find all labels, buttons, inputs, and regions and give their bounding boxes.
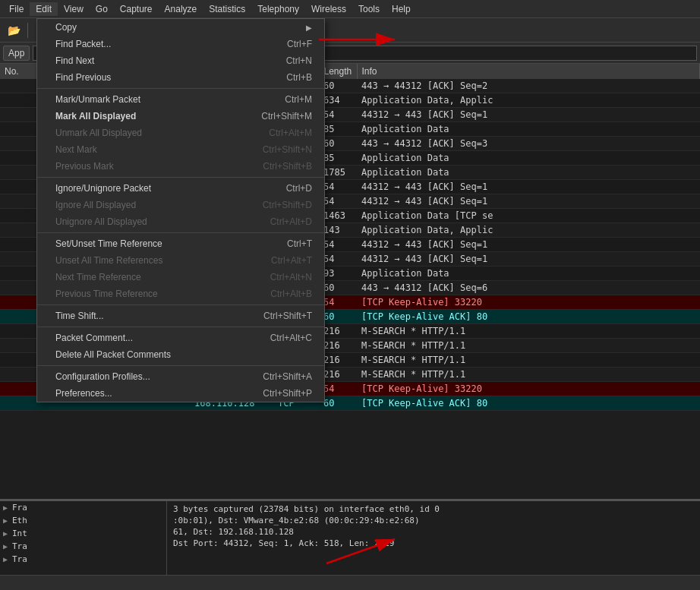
menu-item-unset-time-refs-shortcut: Ctrl+Alt+T: [271, 255, 312, 266]
table-cell: [0, 108, 38, 122]
detail-item-frame[interactable]: ▶ Fra: [0, 501, 166, 514]
menu-item-copy-label: Copy: [55, 22, 303, 33]
menu-item-prev-mark[interactable]: Previous Mark Ctrl+Shift+B: [37, 158, 324, 175]
detail-item-int[interactable]: ▶ Int: [0, 527, 166, 540]
table-cell: Application Data, Applic: [357, 93, 700, 108]
table-cell: [0, 368, 38, 382]
menu-item-preferences[interactable]: Preferences... Ctrl+Shift+P: [37, 385, 324, 402]
menu-item-find-next-shortcut: Ctrl+N: [286, 55, 312, 66]
expand-icon-eth: ▶: [3, 516, 12, 525]
menu-item-find-next[interactable]: Find Next Ctrl+N: [37, 52, 324, 69]
menu-item-set-time-ref[interactable]: Set/Unset Time Reference Ctrl+T: [37, 235, 324, 252]
bytes-line-1: 3 bytes captured (23784 bits) on interfa…: [173, 504, 694, 514]
menu-item-unignore-all-label: Unignore All Displayed: [55, 216, 255, 227]
menu-item-unmark-all-shortcut: Ctrl+Alt+M: [269, 128, 312, 138]
bytes-line-2: :0b:01), Dst: VMware_4b:e2:68 (00:0c:29:…: [173, 516, 694, 525]
menubar-item-telephony[interactable]: Telephony: [251, 2, 305, 16]
menu-item-config-profiles-shortcut: Ctrl+Shift+A: [263, 371, 312, 382]
menu-item-next-mark-shortcut: Ctrl+Shift+N: [263, 144, 312, 155]
menubar-item-capture[interactable]: Capture: [114, 2, 159, 16]
menu-item-find-next-label: Find Next: [55, 55, 271, 66]
table-cell: [TCP Keep-Alive] 33220: [357, 382, 700, 396]
col-header-no: No.: [0, 64, 38, 79]
menubar-item-file[interactable]: File: [3, 2, 30, 16]
menu-sep-6: [37, 365, 324, 366]
table-cell: M-SEARCH * HTTP/1.1: [357, 339, 700, 353]
col-header-info: Info: [357, 64, 700, 79]
menu-item-prev-time-ref[interactable]: Previous Time Reference Ctrl+Alt+B: [37, 286, 324, 302]
menu-item-copy[interactable]: Copy ▶: [37, 19, 324, 36]
table-cell: [0, 396, 38, 411]
menu-item-time-shift[interactable]: Time Shift... Ctrl+Shift+T: [37, 308, 324, 324]
expand-icon-int: ▶: [3, 529, 12, 538]
menubar-item-statistics[interactable]: Statistics: [203, 2, 251, 16]
menu-item-unset-time-refs[interactable]: Unset All Time References Ctrl+Alt+T: [37, 252, 324, 269]
menu-item-delete-comments[interactable]: Delete All Packet Comments: [37, 346, 324, 363]
table-cell: M-SEARCH * HTTP/1.1: [357, 324, 700, 339]
table-cell: Application Data: [357, 151, 700, 166]
detail-item-tra2[interactable]: ▶ Tra: [0, 553, 166, 566]
menu-item-mark-all[interactable]: Mark All Displayed Ctrl+Shift+M: [37, 108, 324, 125]
menu-item-preferences-label: Preferences...: [55, 388, 248, 399]
menu-item-copy-arrow: ▶: [306, 24, 312, 32]
menu-item-ignore-unignore-shortcut: Ctrl+D: [286, 183, 312, 194]
menu-item-prev-mark-shortcut: Ctrl+Shift+B: [263, 161, 312, 172]
menu-item-prev-time-ref-shortcut: Ctrl+Alt+B: [270, 289, 312, 299]
menu-item-delete-comments-label: Delete All Packet Comments: [55, 349, 297, 360]
menu-item-next-time-ref-label: Next Time Reference: [55, 272, 255, 282]
menu-item-mark-unmark[interactable]: Mark/Unmark Packet Ctrl+M: [37, 91, 324, 108]
menubar-item-go[interactable]: Go: [90, 2, 114, 16]
table-cell: [0, 310, 38, 324]
menu-item-find-packet[interactable]: Find Packet... Ctrl+F: [37, 36, 324, 52]
bytes-line-4: Dst Port: 44312, Seq: 1, Ack: 518, Len: …: [173, 538, 694, 548]
menubar: File Edit View Go Capture Analyze Statis…: [0, 0, 700, 18]
menu-item-ignore-unignore[interactable]: Ignore/Unignore Packet Ctrl+D: [37, 180, 324, 197]
toolbar-open-btn[interactable]: 📂: [3, 21, 24, 40]
table-cell: [0, 166, 38, 180]
table-cell: [0, 339, 38, 353]
menu-item-unmark-all[interactable]: Unmark All Displayed Ctrl+Alt+M: [37, 125, 324, 141]
table-cell: [0, 267, 38, 281]
menubar-item-help[interactable]: Help: [386, 2, 417, 16]
table-cell: [0, 93, 38, 108]
menu-item-ignore-unignore-label: Ignore/Unignore Packet: [55, 183, 271, 194]
table-cell: Application Data, Applic: [357, 223, 700, 238]
table-cell: [0, 137, 38, 151]
menubar-item-analyze[interactable]: Analyze: [159, 2, 203, 16]
menu-item-prev-mark-label: Previous Mark: [55, 161, 248, 172]
table-cell: 44312 → 443 [ACK] Seq=1: [357, 252, 700, 267]
menu-item-mark-unmark-shortcut: Ctrl+M: [285, 94, 312, 105]
menubar-item-tools[interactable]: Tools: [352, 2, 386, 16]
menu-item-next-time-ref[interactable]: Next Time Reference Ctrl+Alt+N: [37, 269, 324, 286]
toolbar-sep-1: [27, 23, 28, 38]
table-cell: [0, 209, 38, 223]
menu-item-ignore-all-label: Ignore All Displayed: [55, 200, 248, 210]
expand-icon-tra1: ▶: [3, 542, 12, 551]
menubar-item-view[interactable]: View: [58, 2, 90, 16]
expand-icon-frame: ▶: [3, 503, 12, 512]
detail-item-tra1[interactable]: ▶ Tra: [0, 540, 166, 553]
menu-item-mark-unmark-label: Mark/Unmark Packet: [55, 94, 270, 105]
detail-item-eth[interactable]: ▶ Eth: [0, 514, 166, 527]
menu-item-packet-comment[interactable]: Packet Comment... Ctrl+Alt+C: [37, 330, 324, 346]
table-cell: 44312 → 443 [ACK] Seq=1: [357, 238, 700, 252]
menubar-item-edit[interactable]: Edit: [30, 2, 58, 16]
table-cell: [0, 324, 38, 339]
menu-item-set-time-ref-shortcut: Ctrl+T: [287, 238, 312, 249]
detail-label-frame: Fra: [12, 503, 27, 513]
menu-sep-2: [37, 177, 324, 178]
menu-item-next-mark-label: Next Mark: [55, 144, 248, 155]
menu-item-find-prev[interactable]: Find Previous Ctrl+B: [37, 69, 324, 86]
menu-item-ignore-all[interactable]: Ignore All Displayed Ctrl+Shift+D: [37, 197, 324, 213]
menu-item-config-profiles[interactable]: Configuration Profiles... Ctrl+Shift+A: [37, 368, 324, 385]
menu-item-packet-comment-shortcut: Ctrl+Alt+C: [270, 333, 312, 343]
table-cell: [0, 382, 38, 396]
detail-label-tra2: Tra: [12, 554, 27, 564]
menu-sep-4: [37, 304, 324, 305]
menubar-item-wireless[interactable]: Wireless: [305, 2, 352, 16]
table-cell: Application Data: [357, 166, 700, 180]
menu-item-unignore-all-shortcut: Ctrl+Alt+D: [270, 216, 312, 227]
menu-item-next-mark[interactable]: Next Mark Ctrl+Shift+N: [37, 141, 324, 158]
menu-item-unignore-all[interactable]: Unignore All Displayed Ctrl+Alt+D: [37, 213, 324, 230]
menu-item-config-profiles-label: Configuration Profiles...: [55, 371, 248, 382]
